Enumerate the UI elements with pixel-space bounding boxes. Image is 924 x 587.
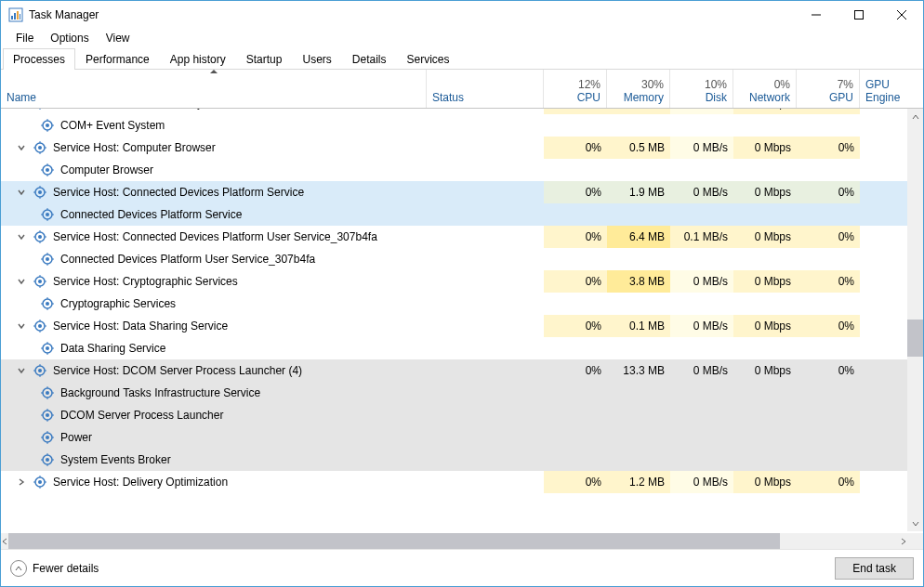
tab-startup[interactable]: Startup [236, 48, 293, 70]
process-row[interactable]: Service Host: Data Sharing Service 0% 0.… [1, 315, 907, 337]
service-icon [33, 475, 47, 489]
expander[interactable] [14, 366, 29, 375]
expander[interactable] [14, 143, 29, 152]
process-name: Service Host: Computer Browser [51, 141, 216, 154]
col-gpu[interactable]: 7%GPU [797, 70, 860, 108]
col-network[interactable]: 0%Network [733, 70, 797, 108]
tab-performance[interactable]: Performance [75, 48, 160, 70]
chevron-down-icon [17, 366, 26, 375]
service-name: System Events Broker [59, 453, 171, 466]
tab-processes[interactable]: Processes [3, 48, 75, 70]
disk-label: Disk [706, 91, 727, 104]
svg-point-100 [46, 436, 49, 439]
service-row[interactable]: Background Tasks Infrastructure Service [1, 382, 907, 404]
service-row[interactable]: Cryptographic Services [1, 293, 907, 315]
service-row[interactable]: System Events Broker [1, 449, 907, 471]
cpu-cell: 0% [544, 226, 607, 248]
cpu-label: CPU [577, 91, 601, 104]
process-row[interactable]: Service Host: Delivery Optimization 0% 1… [1, 471, 907, 493]
process-name: Service Host: Data Sharing Service [51, 320, 228, 333]
gpu-cell: 0% [797, 137, 860, 159]
process-row[interactable]: Service Host: Computer Browser 0% 0.5 MB… [1, 137, 907, 159]
horizontal-scrollbar[interactable] [1, 533, 923, 549]
scroll-up-button[interactable] [907, 109, 923, 124]
svg-point-46 [38, 235, 42, 239]
close-button[interactable] [880, 1, 923, 29]
service-row[interactable]: DCOM Server Process Launcher [1, 404, 907, 426]
cpu-cell: 0% [544, 359, 607, 382]
network-cell: 0 Mbps [733, 471, 797, 493]
service-icon [33, 319, 47, 333]
window-title: Task Manager [29, 8, 99, 21]
scroll-left-button[interactable] [1, 533, 8, 549]
expander[interactable] [14, 232, 29, 241]
expander[interactable] [14, 321, 29, 331]
col-gpuengine[interactable]: GPU Engine [860, 70, 923, 108]
col-status[interactable]: Status [427, 70, 544, 108]
app-icon [8, 7, 23, 22]
tabbar: Processes Performance App history Startu… [1, 47, 923, 70]
hscroll-track[interactable] [8, 533, 900, 549]
service-row[interactable]: Connected Devices Platform Service [1, 203, 907, 226]
service-name: Computer Browser [59, 163, 153, 176]
svg-rect-3 [17, 11, 19, 20]
menu-view[interactable]: View [99, 30, 138, 46]
service-row[interactable]: Connected Devices Platform User Service_… [1, 248, 907, 270]
scroll-thumb[interactable] [907, 320, 923, 357]
process-row[interactable]: Service Host: DCOM Server Process Launch… [1, 359, 907, 382]
cpu-cell: 0% [544, 270, 607, 293]
svg-point-28 [46, 168, 49, 172]
process-row[interactable]: Service Host: Connected Devices Platform… [1, 181, 907, 203]
service-row[interactable]: Computer Browser [1, 159, 907, 181]
tab-users[interactable]: Users [292, 48, 341, 70]
scroll-down-button[interactable] [907, 515, 923, 531]
gpu-cell: 0% [797, 181, 860, 203]
expander[interactable] [14, 477, 29, 487]
col-memory[interactable]: 30%Memory [607, 70, 670, 108]
expander[interactable] [14, 188, 29, 197]
tab-services[interactable]: Services [397, 48, 460, 70]
chevron-right-icon [900, 538, 907, 545]
vertical-scrollbar[interactable] [907, 109, 923, 531]
svg-point-22 [38, 146, 42, 150]
fewer-details-button[interactable]: Fewer details [10, 560, 99, 577]
col-disk[interactable]: 10%Disk [670, 70, 733, 108]
col-cpu[interactable]: 12%CPU [544, 70, 607, 108]
svg-rect-6 [855, 11, 864, 20]
service-icon [40, 252, 55, 267]
scroll-right-button[interactable] [900, 533, 907, 549]
menu-file[interactable]: File [8, 30, 41, 46]
disk-cell: 0 MB/s [670, 315, 733, 337]
titlebar[interactable]: Task Manager [1, 1, 923, 29]
cpu-cell: 0% [544, 137, 607, 159]
col-name[interactable]: Name [1, 70, 427, 108]
service-icon [33, 140, 47, 155]
end-task-button[interactable]: End task [835, 557, 914, 580]
maximize-button[interactable] [838, 1, 880, 29]
process-row[interactable]: Service Host: Cryptographic Services 0% … [1, 270, 907, 293]
network-label: Network [749, 91, 790, 104]
expander[interactable] [14, 277, 29, 286]
scroll-track[interactable] [907, 124, 923, 515]
process-row[interactable]: Service Host: Connected Devices Platform… [1, 226, 907, 248]
menu-options[interactable]: Options [43, 30, 96, 46]
hscroll-thumb[interactable] [8, 533, 780, 549]
chevron-down-icon [17, 277, 26, 286]
tab-apphistory[interactable]: App history [160, 48, 236, 70]
service-name: DCOM Server Process Launcher [59, 409, 223, 422]
cpu-pct: 12% [578, 78, 601, 91]
process-name: Service Host: Connected Devices Platform… [51, 186, 304, 199]
tab-details[interactable]: Details [342, 48, 397, 70]
service-row[interactable]: Power [1, 426, 907, 449]
col-name-label: Name [7, 91, 426, 104]
svg-point-34 [38, 190, 42, 194]
network-cell: 0 Mbps [733, 137, 797, 159]
chevron-down-icon [17, 143, 26, 152]
service-row[interactable]: COM+ Event System [1, 114, 907, 137]
service-name: COM+ Event System [59, 119, 165, 132]
gpu-cell: 0% [797, 226, 860, 248]
service-row[interactable]: Data Sharing Service [1, 337, 907, 359]
gpu-cell: 0% [797, 270, 860, 293]
memory-pct: 30% [641, 78, 664, 91]
minimize-button[interactable] [795, 1, 838, 29]
